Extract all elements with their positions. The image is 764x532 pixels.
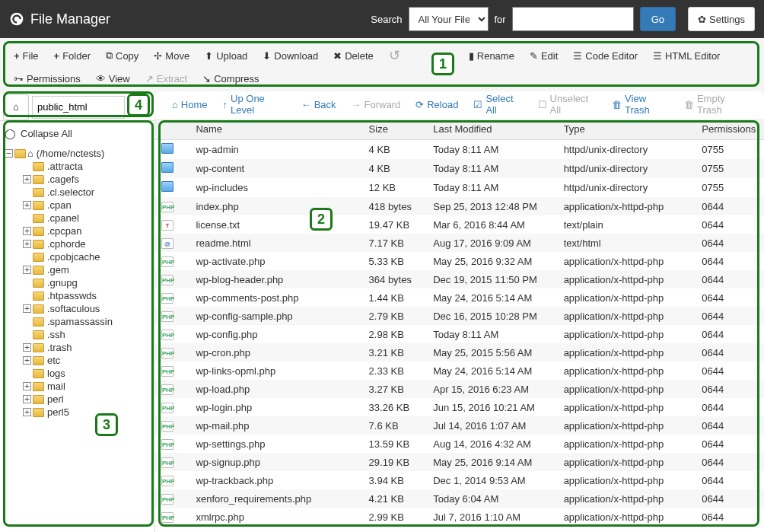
table-row[interactable]: PHPwp-comments-post.php1.44 KBMay 24, 20… (155, 288, 764, 307)
search-scope-select[interactable]: All Your Files (409, 7, 489, 31)
table-row[interactable]: wp-admin4 KBToday 8:11 AMhttpd/unix-dire… (155, 140, 764, 160)
tree-item-label: .cpanel (46, 212, 79, 224)
col-size-header[interactable]: Size (363, 119, 428, 140)
new-folder-button[interactable]: +Folder (46, 46, 98, 66)
cell-modified: May 25, 2016 9:32 AM (427, 252, 557, 270)
expander-icon[interactable]: − (5, 149, 13, 158)
col-modified-header[interactable]: Last Modified (427, 119, 557, 140)
table-row[interactable]: PHPwp-settings.php13.59 KBAug 14, 2016 4… (155, 435, 764, 453)
tree-item[interactable]: +.trash (3, 341, 151, 354)
table-row[interactable]: PHPwp-load.php3.27 KBApr 15, 2016 6:23 A… (155, 380, 764, 398)
cell-type: application/x-httpd-php (558, 362, 696, 380)
expander-icon[interactable]: + (23, 343, 31, 352)
folder-icon (33, 317, 44, 327)
tree-item[interactable]: +perl (3, 393, 151, 406)
view-button[interactable]: 👁View (88, 68, 138, 89)
table-row[interactable]: PHPxmlrpc.php2.99 KBJul 7, 2016 1:10 AMa… (155, 508, 764, 526)
table-row[interactable]: wp-includes12 KBToday 8:11 AMhttpd/unix-… (155, 178, 764, 197)
nav-home[interactable]: ⌂Home (164, 99, 215, 110)
tree-root[interactable]: − ⌂ (/home/nctests) (3, 147, 151, 160)
tree-item[interactable]: .gnupg (3, 276, 151, 289)
rename-button[interactable]: ▮Rename (461, 46, 522, 66)
nav-reload[interactable]: ⟳Reload (408, 99, 466, 110)
table-row[interactable]: PHPwp-cron.php3.21 KBMay 25, 2015 5:56 A… (155, 343, 764, 362)
new-file-button[interactable]: +File (6, 46, 46, 66)
table-row[interactable]: @readme.html7.17 KBAug 17, 2016 9:09 AMt… (155, 234, 764, 252)
cell-modified: Today 6:04 AM (427, 489, 557, 508)
table-row[interactable]: PHPindex.php418 bytesSep 25, 2013 12:48 … (155, 197, 764, 215)
col-type-header[interactable]: Type (558, 119, 696, 140)
search-input[interactable] (512, 7, 634, 31)
tree-item[interactable]: .cpanel (3, 212, 151, 225)
table-row[interactable]: Tlicense.txt19.47 KBMar 6, 2016 8:44 AMt… (155, 215, 764, 234)
tree-item[interactable]: .htpasswds (3, 289, 151, 302)
code-editor-button[interactable]: ☰Code Editor (565, 46, 645, 66)
copy-button[interactable]: ⧉Copy (98, 45, 146, 66)
expander-icon[interactable]: + (23, 382, 31, 390)
upload-button[interactable]: ⬆Upload (197, 46, 255, 66)
html-editor-button[interactable]: ☰HTML Editor (645, 46, 727, 66)
expander-icon[interactable]: + (23, 201, 31, 209)
nav-up[interactable]: ↑Up One Level (215, 93, 294, 116)
file-type-icon: PHP (161, 512, 173, 523)
nav-back[interactable]: ←Back (294, 99, 344, 110)
edit-button[interactable]: ✎Edit (522, 46, 565, 66)
table-row[interactable]: PHPwp-signup.php29.19 KBMay 25, 2016 9:1… (155, 453, 764, 471)
compress-button[interactable]: ↘Compress (195, 68, 266, 89)
go-button[interactable]: Go (640, 7, 676, 31)
table-row[interactable]: PHPwp-mail.php7.6 KBJul 14, 2016 1:07 AM… (155, 416, 764, 435)
expander-icon[interactable]: + (23, 408, 31, 416)
table-row[interactable]: PHPwp-blog-header.php364 bytesDec 19, 20… (155, 270, 764, 288)
expander-icon[interactable]: + (23, 240, 31, 248)
cell-permissions: 0755 (696, 159, 764, 178)
table-row[interactable]: PHPwp-trackback.php3.94 KBDec 1, 2014 9:… (155, 471, 764, 489)
table-row[interactable]: PHPxenforo_requirements.php4.21 KBToday … (155, 489, 764, 508)
tree-item[interactable]: +.gem (3, 263, 151, 276)
tree-item[interactable]: +perl5 (3, 406, 151, 419)
collapse-all-button[interactable]: ◯ Collapse All (3, 125, 151, 147)
tree-item[interactable]: +.cpcpan (3, 225, 151, 237)
tree-item[interactable]: .attracta (3, 160, 151, 173)
tree-item[interactable]: +.softaculous (3, 302, 151, 315)
permissions-button[interactable]: 🗝Permissions (6, 68, 88, 89)
table-row[interactable]: PHPwp-config-sample.php2.79 KBDec 16, 20… (155, 307, 764, 325)
expander-icon[interactable]: + (23, 304, 31, 313)
tree-item[interactable]: +.cphorde (3, 237, 151, 250)
col-name-header[interactable]: Name (189, 119, 362, 140)
tree-item[interactable]: +.cagefs (3, 173, 151, 186)
expander-icon[interactable]: + (23, 175, 31, 183)
move-button[interactable]: ✢Move (146, 46, 197, 66)
settings-button[interactable]: ✿ Settings (688, 7, 755, 31)
download-button[interactable]: ⬇Download (255, 46, 326, 66)
path-home-button[interactable]: ⌂ (3, 94, 29, 120)
cell-permissions: 0644 (696, 398, 764, 416)
table-row[interactable]: PHPwp-links-opml.php2.33 KBMay 24, 2016 … (155, 362, 764, 380)
path-input[interactable] (32, 96, 125, 119)
file-type-icon: PHP (161, 439, 173, 450)
expander-icon[interactable]: + (23, 227, 31, 235)
tree-item[interactable]: +.cpan (3, 199, 151, 212)
expander-icon[interactable]: + (23, 356, 31, 365)
tree-item[interactable]: logs (3, 367, 151, 380)
table-row[interactable]: wp-content4 KBToday 8:11 AMhttpd/unix-di… (155, 159, 764, 178)
tree-item[interactable]: .spamassassin (3, 315, 151, 328)
col-permissions-header[interactable]: Permissions (696, 119, 764, 140)
cell-modified: Dec 19, 2015 11:50 PM (427, 270, 557, 288)
table-row[interactable]: PHPwp-login.php33.26 KBJun 15, 2016 10:2… (155, 398, 764, 416)
tree-item[interactable]: +etc (3, 354, 151, 367)
tree-item[interactable]: .cl.selector (3, 186, 151, 199)
nav-bar: ⌂Home ↑Up One Level ←Back →Forward ⟳Relo… (158, 91, 761, 117)
tree-item[interactable]: +mail (3, 380, 151, 393)
delete-button[interactable]: ✖Delete (326, 46, 381, 66)
tree-item[interactable]: .cpobjcache (3, 250, 151, 263)
col-icon-header[interactable] (155, 119, 189, 140)
expander-icon[interactable]: + (23, 266, 31, 274)
nav-select-all[interactable]: ☑Select All (466, 93, 530, 116)
nav-view-trash[interactable]: 🗑View Trash (604, 93, 676, 116)
folder-icon (33, 162, 44, 171)
expander-icon[interactable]: + (23, 395, 31, 403)
table-row[interactable]: PHPwp-config.php2.98 KBToday 8:11 AMappl… (155, 325, 764, 343)
expander-spacer (23, 330, 31, 339)
table-row[interactable]: PHPwp-activate.php5.33 KBMay 25, 2016 9:… (155, 252, 764, 270)
tree-item[interactable]: .ssh (3, 328, 151, 341)
